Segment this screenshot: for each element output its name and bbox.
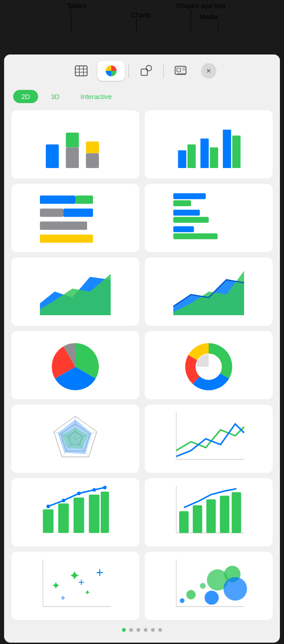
svg-rect-17 [178, 150, 186, 168]
close-button[interactable]: ✕ [201, 63, 216, 79]
svg-rect-25 [40, 208, 64, 217]
svg-point-57 [93, 488, 96, 492]
svg-rect-31 [173, 210, 200, 216]
toolbar-separator [128, 64, 129, 78]
svg-rect-64 [220, 496, 230, 533]
svg-rect-0 [75, 66, 87, 76]
svg-rect-13 [66, 133, 79, 148]
svg-text:+: + [78, 576, 85, 588]
chart-bar-line[interactable] [11, 478, 139, 546]
svg-rect-21 [223, 130, 231, 168]
svg-rect-15 [86, 142, 99, 154]
svg-text:✦: ✦ [52, 580, 60, 591]
svg-rect-20 [210, 148, 218, 168]
toolbar-media-button[interactable] [167, 61, 195, 81]
chart-type-tabs: 2D 3D Interactive [4, 86, 280, 110]
tab-3d[interactable]: 3D [43, 90, 68, 103]
svg-rect-65 [232, 492, 241, 533]
svg-rect-24 [75, 196, 93, 204]
svg-point-82 [224, 577, 247, 601]
dot-5 [151, 628, 155, 632]
toolbar-separator-2 [163, 64, 164, 78]
svg-rect-30 [173, 200, 191, 206]
svg-rect-29 [173, 193, 206, 199]
svg-rect-22 [232, 136, 240, 168]
svg-rect-28 [40, 234, 93, 243]
svg-text:+: + [61, 594, 66, 603]
media-annotation-line [218, 21, 218, 32]
svg-point-54 [46, 505, 50, 508]
chart-grid: ✦ ✦ ✦ + + + [4, 110, 280, 620]
chart-bar-stacked[interactable] [11, 110, 139, 178]
dot-2 [129, 628, 133, 632]
svg-rect-52 [89, 495, 99, 533]
media-annotation-label: Media [200, 13, 218, 20]
charts-annotation-line [136, 19, 137, 32]
svg-rect-12 [46, 144, 59, 168]
dot-4 [144, 628, 147, 632]
svg-point-76 [186, 590, 196, 599]
tab-2d[interactable]: 2D [13, 90, 38, 103]
svg-point-6 [146, 65, 152, 71]
chart-bar-grouped[interactable] [145, 110, 273, 178]
svg-rect-18 [187, 144, 196, 168]
chart-hbar-grouped[interactable] [145, 184, 273, 252]
chart-bubble[interactable] [145, 552, 273, 620]
svg-point-77 [200, 583, 206, 589]
chart-area[interactable] [11, 258, 139, 326]
shapes-annotation-line [191, 10, 191, 32]
svg-rect-8 [177, 68, 181, 72]
svg-rect-33 [173, 226, 194, 232]
toolbar: ✕ [4, 54, 280, 86]
svg-point-55 [62, 499, 65, 502]
chart-scatter-plus[interactable]: ✦ ✦ ✦ + + + [11, 552, 139, 620]
toolbar-tables-button[interactable] [68, 61, 95, 81]
svg-point-80 [180, 598, 184, 603]
svg-rect-51 [73, 498, 84, 533]
svg-point-58 [103, 486, 107, 490]
dot-1 [122, 628, 126, 632]
chart-pie[interactable] [11, 331, 139, 399]
svg-rect-27 [40, 222, 87, 230]
svg-rect-63 [206, 499, 216, 533]
svg-rect-26 [64, 208, 93, 217]
svg-rect-50 [58, 504, 69, 533]
svg-point-81 [205, 590, 219, 604]
svg-rect-53 [101, 492, 109, 533]
main-panel: ✕ 2D 3D Interactive [4, 54, 280, 643]
chart-area-line[interactable] [145, 258, 273, 326]
annotations-area: Tables Charts Shapes and text Media [0, 0, 284, 54]
svg-point-56 [77, 492, 81, 495]
svg-rect-16 [86, 154, 99, 168]
svg-rect-49 [43, 510, 54, 533]
svg-rect-61 [179, 511, 189, 533]
svg-text:+: + [96, 565, 104, 580]
svg-rect-32 [173, 217, 209, 223]
tables-annotation-label: Tables [67, 2, 87, 10]
charts-annotation-label: Charts [131, 11, 151, 19]
svg-text:✦: ✦ [84, 589, 90, 596]
svg-rect-34 [173, 233, 218, 239]
svg-rect-19 [201, 139, 209, 168]
svg-rect-14 [66, 148, 79, 168]
dot-3 [137, 628, 140, 632]
chart-line[interactable] [145, 405, 273, 473]
svg-rect-23 [40, 196, 75, 204]
chart-radar[interactable] [11, 405, 139, 473]
toolbar-charts-button[interactable] [98, 61, 125, 81]
tab-interactive[interactable]: Interactive [72, 90, 120, 103]
chart-donut[interactable] [145, 331, 273, 399]
svg-rect-62 [193, 505, 202, 533]
shapes-annotation-label: Shapes and text [176, 2, 225, 10]
chart-bar-line-framed[interactable] [145, 478, 273, 546]
chart-hbar-stacked[interactable] [11, 184, 139, 252]
toolbar-shapes-button[interactable] [132, 61, 160, 81]
tables-annotation-line [71, 10, 71, 32]
dot-6 [158, 628, 162, 632]
page-dots [4, 628, 280, 632]
